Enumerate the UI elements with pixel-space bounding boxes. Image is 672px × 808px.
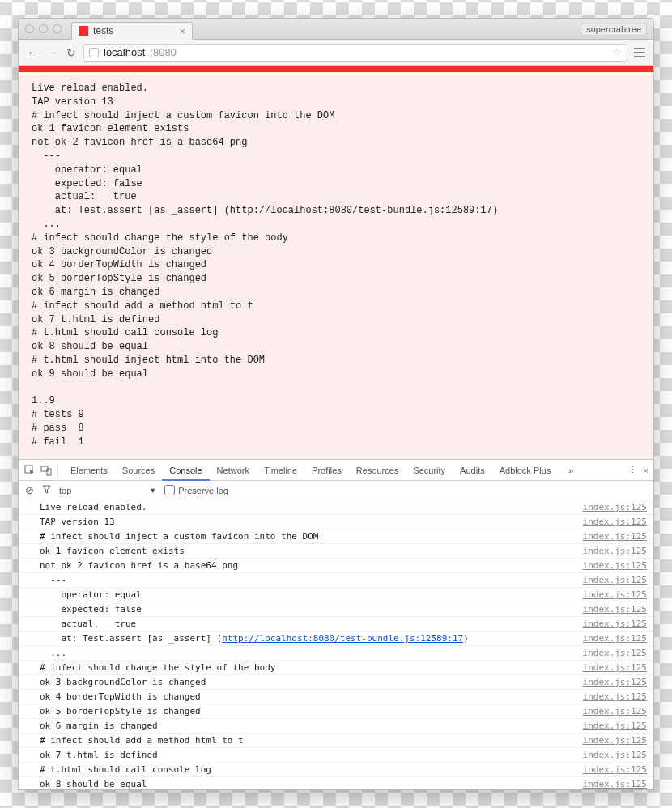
console-source-link[interactable]: index.js:125 bbox=[583, 721, 647, 731]
console-message: expected: false bbox=[40, 604, 583, 615]
context-label: top bbox=[59, 486, 71, 495]
console-row: ...index.js:125 bbox=[19, 646, 653, 661]
devtools-tab-audits[interactable]: Audits bbox=[453, 460, 492, 481]
clear-console-icon[interactable]: ⊘ bbox=[25, 484, 34, 496]
console-row: ok 1 favicon element existsindex.js:125 bbox=[19, 544, 653, 559]
console-source-link[interactable]: index.js:125 bbox=[583, 546, 647, 556]
console-source-link[interactable]: index.js:125 bbox=[583, 706, 647, 717]
console-source-link[interactable]: index.js:125 bbox=[583, 750, 647, 760]
console-source-link[interactable]: index.js:125 bbox=[583, 531, 647, 542]
devtools-tab-network[interactable]: Network bbox=[210, 460, 257, 481]
console-row: expected: falseindex.js:125 bbox=[19, 602, 653, 617]
devtools-tabs-overflow[interactable]: » bbox=[561, 460, 581, 481]
console-row: ---index.js:125 bbox=[19, 573, 653, 588]
menu-button[interactable] bbox=[632, 45, 647, 60]
console-message: ok 1 favicon element exists bbox=[40, 546, 583, 556]
page-icon bbox=[89, 48, 99, 57]
devtools-tab-resources[interactable]: Resources bbox=[349, 460, 406, 481]
console-row: TAP version 13index.js:125 bbox=[19, 515, 653, 529]
console-row: ok 5 borderTopStyle is changedindex.js:1… bbox=[19, 704, 653, 719]
inspect-element-icon[interactable] bbox=[23, 464, 36, 477]
console-source-link[interactable]: index.js:125 bbox=[583, 575, 647, 585]
console-source-link[interactable]: index.js:125 bbox=[583, 691, 647, 702]
tap-output[interactable]: Live reload enabled. TAP version 13 # in… bbox=[19, 72, 653, 459]
console-row: operator: equalindex.js:125 bbox=[19, 588, 653, 602]
console-row: at: Test.assert [as _assert] (http://loc… bbox=[19, 632, 653, 646]
devtools-tab-timeline[interactable]: Timeline bbox=[257, 460, 304, 481]
devtools-panel: ElementsSourcesConsoleNetworkTimelinePro… bbox=[19, 459, 653, 789]
console-row: ok 4 borderTopWidth is changedindex.js:1… bbox=[19, 690, 653, 704]
devtools-tab-adblock-plus[interactable]: Adblock Plus bbox=[492, 460, 559, 481]
console-message: ok 3 backgroundColor is changed bbox=[40, 677, 583, 687]
address-bar[interactable]: localhost:8080 ☆ bbox=[83, 44, 627, 62]
console-message: ok 8 should be equal bbox=[40, 779, 583, 789]
browser-window: tests × supercrabtree ← → ↻ localhost:80… bbox=[18, 18, 654, 790]
console-source-link[interactable]: index.js:125 bbox=[583, 735, 647, 746]
console-source-link[interactable]: index.js:125 bbox=[583, 604, 647, 615]
console-source-link[interactable]: index.js:125 bbox=[583, 779, 647, 789]
console-message: # infect should inject a custom favicon … bbox=[40, 531, 583, 542]
filter-icon[interactable] bbox=[42, 485, 51, 495]
console-source-link[interactable]: index.js:125 bbox=[583, 662, 647, 673]
console-row: actual: trueindex.js:125 bbox=[19, 617, 653, 632]
devtools-close-button[interactable]: × bbox=[644, 466, 649, 475]
device-toggle-icon[interactable] bbox=[40, 464, 53, 477]
maximize-window-button[interactable] bbox=[53, 24, 62, 33]
console-source-link[interactable]: index.js:125 bbox=[583, 502, 647, 512]
devtools-tabs: ElementsSourcesConsoleNetworkTimelinePro… bbox=[63, 460, 558, 481]
forward-button[interactable]: → bbox=[45, 46, 59, 59]
minimize-window-button[interactable] bbox=[39, 24, 48, 33]
console-message: at: Test.assert [as _assert] (http://loc… bbox=[40, 633, 583, 644]
console-message: # infect should add a method html to t bbox=[40, 735, 583, 746]
close-tab-button[interactable]: × bbox=[179, 25, 185, 37]
console-source-link[interactable]: index.js:125 bbox=[583, 619, 647, 629]
console-message: TAP version 13 bbox=[40, 517, 583, 527]
devtools-tab-profiles[interactable]: Profiles bbox=[304, 460, 349, 481]
console-row: # infect should inject a custom favicon … bbox=[19, 529, 653, 544]
console-source-link[interactable]: index.js:125 bbox=[583, 633, 647, 644]
devtools-tab-security[interactable]: Security bbox=[406, 460, 453, 481]
console-source-link[interactable]: index.js:125 bbox=[583, 560, 647, 571]
back-button[interactable]: ← bbox=[25, 46, 40, 59]
console-message: Live reload enabled. bbox=[40, 502, 583, 512]
url-host: localhost bbox=[104, 46, 145, 58]
profile-badge[interactable]: supercrabtree bbox=[581, 23, 647, 36]
reload-button[interactable]: ↻ bbox=[64, 46, 79, 59]
toolbar: ← → ↻ localhost:8080 ☆ bbox=[19, 40, 653, 66]
console-message: operator: equal bbox=[40, 589, 583, 600]
console-output[interactable]: Live reload enabled.index.js:125TAP vers… bbox=[19, 500, 653, 789]
console-source-link[interactable]: index.js:125 bbox=[583, 648, 647, 658]
console-source-link[interactable]: index.js:125 bbox=[583, 764, 647, 775]
preserve-log-checkbox[interactable] bbox=[164, 485, 175, 495]
console-message: ok 5 borderTopStyle is changed bbox=[40, 706, 583, 717]
console-row: Live reload enabled.index.js:125 bbox=[19, 500, 653, 515]
preserve-log-toggle[interactable]: Preserve log bbox=[164, 485, 228, 495]
url-port: :8080 bbox=[150, 46, 177, 58]
console-row: not ok 2 favicon href is a base64 pngind… bbox=[19, 559, 653, 573]
favicon-icon bbox=[79, 26, 88, 36]
bookmark-star-icon[interactable]: ☆ bbox=[612, 46, 622, 58]
devtools-tab-console[interactable]: Console bbox=[162, 460, 209, 481]
console-message: actual: true bbox=[40, 619, 583, 629]
console-message: ok 6 margin is changed bbox=[40, 721, 583, 731]
console-row: # t.html should call console logindex.js… bbox=[19, 763, 653, 777]
console-source-link[interactable]: index.js:125 bbox=[583, 677, 647, 687]
devtools-tab-sources[interactable]: Sources bbox=[115, 460, 162, 481]
close-window-button[interactable] bbox=[25, 24, 34, 33]
console-message: ok 4 borderTopWidth is changed bbox=[40, 691, 583, 702]
context-selector[interactable]: top ▼ bbox=[59, 486, 156, 495]
console-message: --- bbox=[40, 575, 583, 585]
console-source-link[interactable]: index.js:125 bbox=[583, 517, 647, 527]
devtools-more-icon[interactable]: ⋮ bbox=[628, 465, 637, 475]
console-source-link[interactable]: index.js:125 bbox=[583, 589, 647, 600]
console-row: ok 3 backgroundColor is changedindex.js:… bbox=[19, 675, 653, 690]
console-row: # infect should change the style of the … bbox=[19, 661, 653, 675]
preserve-log-label: Preserve log bbox=[178, 486, 228, 495]
devtools-tab-elements[interactable]: Elements bbox=[63, 460, 115, 481]
console-message: # t.html should call console log bbox=[40, 764, 583, 775]
console-link[interactable]: http://localhost:8080/test-bundle.js:125… bbox=[222, 633, 463, 644]
console-message: ok 7 t.html is defined bbox=[40, 750, 583, 760]
console-row: ok 7 t.html is definedindex.js:125 bbox=[19, 748, 653, 763]
page-content: Live reload enabled. TAP version 13 # in… bbox=[19, 66, 653, 789]
browser-tab[interactable]: tests × bbox=[71, 22, 193, 40]
